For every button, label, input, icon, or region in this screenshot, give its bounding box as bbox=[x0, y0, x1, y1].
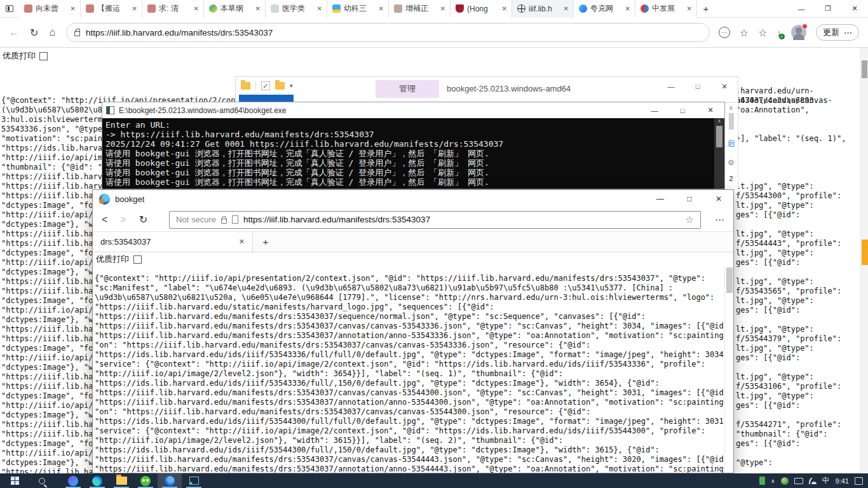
tab-close-icon[interactable]: ✕ bbox=[254, 5, 262, 12]
minimize-button[interactable]: — bbox=[641, 102, 668, 118]
tab-close-icon[interactable]: ✕ bbox=[316, 5, 323, 12]
console-scrollbar[interactable]: ∧ bbox=[714, 118, 724, 189]
input-device-icon[interactable] bbox=[794, 478, 803, 484]
bookget-tab[interactable]: drs:53543037 ✕ bbox=[93, 232, 253, 252]
minimize-button[interactable]: — bbox=[788, 0, 815, 18]
downloads-icon[interactable]: ↓✓ bbox=[777, 27, 782, 38]
browser-tab[interactable]: 增補正 ✕ bbox=[389, 0, 451, 18]
address-bar[interactable]: https://iiif.lib.harvard.edu/manifests/d… bbox=[66, 23, 710, 42]
tray-expand-icon[interactable]: ∧ bbox=[771, 478, 775, 484]
usb-device-icon[interactable] bbox=[759, 477, 765, 485]
minimize-button[interactable]: — bbox=[646, 190, 675, 208]
antivirus-icon[interactable] bbox=[781, 477, 789, 485]
refresh-icon[interactable]: ↻ bbox=[30, 27, 38, 39]
tab-close-icon[interactable]: ✕ bbox=[686, 5, 693, 12]
bookget-address-bar[interactable]: Not secure https://iiif.lib.harvard.edu/… bbox=[169, 211, 701, 229]
ime-indicator[interactable]: 中 bbox=[822, 475, 830, 486]
taskbar-search-button[interactable] bbox=[29, 473, 55, 488]
tab-close-icon[interactable]: ✕ bbox=[439, 5, 447, 12]
url-text[interactable]: https://iiif.lib.harvard.edu/manifests/d… bbox=[86, 28, 273, 37]
update-button[interactable]: 更新⋯ bbox=[816, 24, 859, 41]
gear-icon[interactable]: ⚙ bbox=[724, 158, 738, 167]
close-button[interactable]: ✕ bbox=[711, 77, 738, 96]
network-icon[interactable] bbox=[809, 478, 817, 484]
url-text[interactable]: https://iiif.lib.harvard.edu/manifests/d… bbox=[243, 215, 681, 224]
wechat-icon bbox=[140, 476, 151, 486]
browser-tab[interactable]: iiif.lib.h ✕ bbox=[512, 0, 574, 18]
scrollbar-thumb[interactable] bbox=[862, 60, 867, 78]
folder-icon[interactable] bbox=[275, 82, 285, 90]
taskbar-app-console[interactable] bbox=[182, 473, 206, 488]
bookget-title-bar[interactable]: bookget — □ ✕ bbox=[93, 190, 733, 208]
tab-close-icon[interactable]: ✕ bbox=[69, 5, 77, 12]
maximize-button[interactable]: □ bbox=[684, 77, 711, 96]
json-line bbox=[736, 220, 862, 229]
forward-icon[interactable]: > bbox=[120, 214, 126, 226]
ribbon-tab-manage[interactable]: 管理 bbox=[376, 80, 439, 98]
back-icon[interactable]: < bbox=[102, 214, 107, 226]
profile-avatar[interactable] bbox=[791, 25, 806, 40]
taskbar-app-edge[interactable] bbox=[85, 473, 109, 488]
tab-close-icon[interactable]: ✕ bbox=[562, 5, 570, 12]
tab-close-icon[interactable]: ✕ bbox=[131, 5, 139, 12]
taskbar-app-file-explorer[interactable] bbox=[109, 473, 133, 488]
start-button[interactable] bbox=[0, 473, 29, 488]
browser-tab[interactable]: 医学类 ✕ bbox=[266, 0, 327, 18]
browser-tab[interactable]: (Hong ✕ bbox=[451, 0, 512, 18]
taskbar-app-wechat[interactable] bbox=[133, 473, 158, 488]
tab-close-icon[interactable]: ✕ bbox=[239, 238, 245, 246]
json-line: "https://ids.lib.harvard.edu/ids/iiif/53… bbox=[95, 379, 724, 388]
favorite-star-icon[interactable]: ☆ bbox=[740, 27, 749, 39]
browser-tab[interactable]: 夸克网 ✕ bbox=[574, 0, 635, 18]
console-line: 请使用 bookget-gui 浏览器，打开图书网址，完成「真人验证 / 登录用… bbox=[105, 177, 714, 187]
edge-page-scrollbar[interactable] bbox=[860, 48, 868, 473]
home-icon[interactable]: ⌂ bbox=[49, 27, 55, 38]
browser-tab[interactable]: 向未曾 ✕ bbox=[19, 0, 81, 18]
browser-tab[interactable]: 【搬运 ✕ bbox=[81, 0, 142, 18]
browser-tab[interactable]: 求: 清 ✕ bbox=[142, 0, 204, 18]
vertical-tabs-button[interactable] bbox=[0, 0, 19, 18]
bookget-scrollbar[interactable]: ∨ bbox=[724, 266, 733, 473]
back-icon[interactable]: ← bbox=[9, 27, 19, 38]
minimize-button[interactable]: — bbox=[658, 77, 684, 96]
print-checkbox[interactable] bbox=[39, 52, 48, 60]
taskbar-app-quark[interactable] bbox=[61, 473, 85, 488]
json-line: f/53543565", "profile": bbox=[736, 287, 862, 296]
browser-tab[interactable]: 本草纲 ✕ bbox=[204, 0, 266, 18]
action-center-icon[interactable] bbox=[855, 477, 863, 485]
new-tab-button[interactable]: + bbox=[253, 232, 278, 252]
scrollbar-thumb[interactable] bbox=[729, 113, 734, 130]
scrollbar-thumb[interactable] bbox=[726, 268, 733, 293]
print-checkbox[interactable] bbox=[133, 255, 142, 264]
chevron-down-icon[interactable]: ▾ bbox=[290, 83, 293, 89]
checkbox-icon[interactable]: ✓ bbox=[261, 81, 270, 90]
tab-close-icon[interactable]: ✕ bbox=[193, 5, 200, 12]
restore-button[interactable]: ❐ bbox=[815, 0, 841, 18]
refresh-icon[interactable]: ↻ bbox=[139, 214, 147, 226]
tab-close-icon[interactable]: ✕ bbox=[377, 5, 385, 12]
tab-close-icon[interactable]: ✕ bbox=[501, 5, 508, 12]
vertical-tabs-icon bbox=[6, 5, 13, 12]
browser-tab[interactable]: 中发展 ✕ bbox=[635, 0, 697, 18]
favorite-star-icon[interactable]: ☆ bbox=[686, 214, 694, 226]
taskbar-app-bookget[interactable] bbox=[158, 473, 182, 488]
scroll-up-icon[interactable]: ∧ bbox=[724, 104, 738, 111]
close-button[interactable]: ✕ bbox=[704, 190, 733, 208]
favorites-list-icon[interactable]: ☆ bbox=[758, 27, 767, 39]
close-button[interactable]: ✕ bbox=[696, 102, 724, 118]
scroll-up-icon[interactable]: ∧ bbox=[714, 118, 724, 124]
clock[interactable]: 9:41 bbox=[836, 477, 849, 485]
tab-title: 增補正 bbox=[405, 3, 436, 14]
close-button[interactable]: ✕ bbox=[841, 0, 868, 18]
more-menu-icon[interactable]: ⋯ bbox=[715, 214, 724, 226]
console-title-bar[interactable]: E:\bookget-25.0213.windows-amd64\bookget… bbox=[102, 102, 724, 118]
scrollbar-thumb[interactable] bbox=[716, 126, 722, 147]
more-menu-icon[interactable]: ⋯ bbox=[844, 28, 852, 37]
browser-tab[interactable]: 幼科三 ✕ bbox=[327, 0, 389, 18]
extensions-icon[interactable]: ⋯ bbox=[719, 27, 730, 38]
new-tab-button[interactable]: + bbox=[697, 0, 715, 18]
maximize-button[interactable]: □ bbox=[668, 102, 696, 118]
tab-close-icon[interactable]: ✕ bbox=[624, 5, 632, 12]
maximize-button[interactable]: □ bbox=[675, 190, 704, 208]
folder-icon[interactable] bbox=[241, 82, 250, 90]
